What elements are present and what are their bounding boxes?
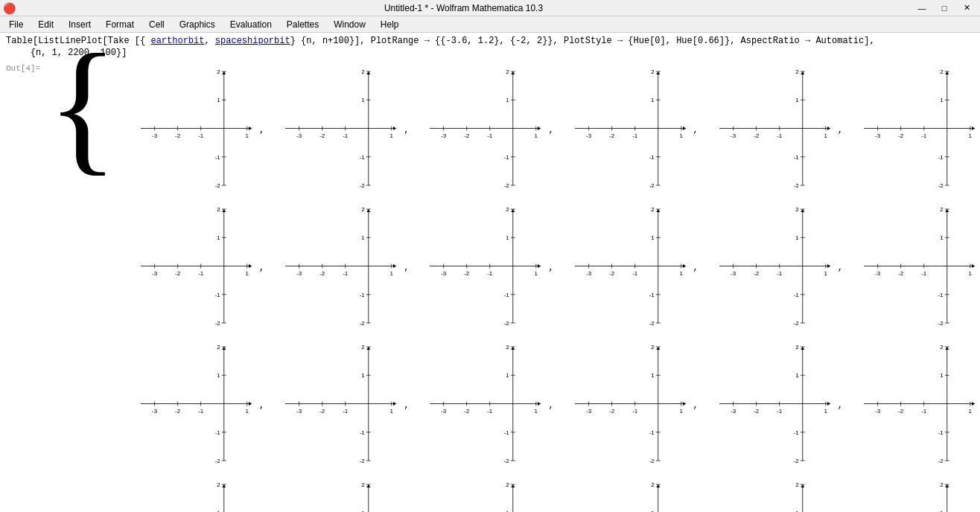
svg-text:-3: -3 xyxy=(441,270,447,277)
plot-cell-0-0[interactable]: -3-2-11-2-112 xyxy=(120,61,258,199)
plot-cell-2-2[interactable]: -3-2-11-2-112 xyxy=(409,336,547,474)
svg-text:1: 1 xyxy=(506,97,510,103)
svg-text:2: 2 xyxy=(506,481,510,488)
svg-rect-483 xyxy=(430,484,541,512)
svg-text:-2: -2 xyxy=(175,408,181,415)
plot-comma: , xyxy=(258,125,264,135)
plot-cell-3-4[interactable]: -3-2-11-2-112 xyxy=(699,474,836,512)
plot-cell-3-2[interactable]: -3-2-11-2-112 xyxy=(409,474,547,512)
plot-cell-0-3[interactable]: -3-2-11-2-112 xyxy=(554,61,692,199)
menu-graphics[interactable]: Graphics xyxy=(174,18,221,31)
svg-text:-3: -3 xyxy=(441,132,447,139)
svg-rect-546 xyxy=(864,484,975,512)
menu-palettes[interactable]: Palettes xyxy=(281,18,325,31)
svg-text:2: 2 xyxy=(940,206,944,213)
svg-text:-3: -3 xyxy=(586,408,592,415)
svg-text:-2: -2 xyxy=(898,132,904,139)
plot-cell-1-2[interactable]: -3-2-11-2-112 xyxy=(409,199,547,336)
plot-cell-1-5[interactable]: -3-2-11-2-112 xyxy=(843,199,980,336)
minimize-button[interactable]: — xyxy=(911,1,932,15)
window-controls: — □ ✕ xyxy=(911,1,977,15)
svg-text:1: 1 xyxy=(246,408,249,415)
menu-file[interactable]: File xyxy=(3,18,29,31)
svg-text:-2: -2 xyxy=(215,182,221,189)
menu-edit[interactable]: Edit xyxy=(32,18,60,31)
svg-text:-1: -1 xyxy=(777,132,783,139)
svg-text:2: 2 xyxy=(795,481,799,488)
svg-text:1: 1 xyxy=(362,372,366,379)
svg-text:2: 2 xyxy=(651,68,655,75)
menu-evaluation[interactable]: Evaluation xyxy=(224,18,278,31)
svg-text:-1: -1 xyxy=(938,292,944,298)
output-label: Out[4]= xyxy=(6,61,47,73)
plot-cell-0-5[interactable]: -3-2-11-2-112 xyxy=(843,61,980,199)
svg-text:-3: -3 xyxy=(731,270,736,277)
plot-cell-2-0[interactable]: -3-2-11-2-112 xyxy=(120,336,258,474)
svg-text:-3: -3 xyxy=(296,132,302,139)
svg-text:-1: -1 xyxy=(343,270,349,277)
plot-cell-3-1[interactable]: -3-2-11-2-112 xyxy=(264,474,402,512)
plot-cell-3-3[interactable]: -3-2-11-2-112 xyxy=(554,474,692,512)
plot-cell-1-3[interactable]: -3-2-11-2-112 xyxy=(554,199,692,336)
svg-text:-2: -2 xyxy=(360,182,366,189)
svg-text:2: 2 xyxy=(651,481,655,488)
plot-comma: , xyxy=(258,263,264,273)
svg-text:-1: -1 xyxy=(921,408,927,415)
svg-text:-2: -2 xyxy=(465,270,471,277)
plots-container: -3-2-11-2-112,-3-2-11-2-112,-3-2-11-2-11… xyxy=(120,61,980,512)
menu-format[interactable]: Format xyxy=(100,18,140,31)
plot-cell-0-4[interactable]: -3-2-11-2-112 xyxy=(699,61,836,199)
plot-cell-1-4[interactable]: -3-2-11-2-112 xyxy=(699,199,836,336)
svg-text:-1: -1 xyxy=(343,408,349,415)
svg-text:-2: -2 xyxy=(504,182,510,189)
svg-text:-1: -1 xyxy=(921,270,927,277)
menu-insert[interactable]: Insert xyxy=(63,18,97,31)
close-button[interactable]: ✕ xyxy=(956,1,977,15)
svg-text:2: 2 xyxy=(651,206,655,213)
plots-row-0: -3-2-11-2-112,-3-2-11-2-112,-3-2-11-2-11… xyxy=(120,61,980,199)
plot-comma: , xyxy=(547,125,553,135)
svg-text:2: 2 xyxy=(795,68,799,75)
svg-text:-1: -1 xyxy=(198,132,204,139)
svg-text:-2: -2 xyxy=(609,270,615,277)
svg-text:2: 2 xyxy=(506,68,510,75)
svg-text:1: 1 xyxy=(940,97,944,103)
plot-cell-2-5[interactable]: -3-2-11-2-112 xyxy=(843,336,980,474)
menu-help[interactable]: Help xyxy=(375,18,405,31)
plot-cell-1-1[interactable]: -3-2-11-2-112 xyxy=(264,199,402,336)
plot-cell-2-3[interactable]: -3-2-11-2-112 xyxy=(554,336,692,474)
plot-cell-3-5[interactable]: -3-2-11-2-112 xyxy=(843,474,980,512)
plot-cell-0-1[interactable]: -3-2-11-2-112 xyxy=(264,61,402,199)
svg-text:-1: -1 xyxy=(632,408,638,415)
svg-text:1: 1 xyxy=(390,408,394,415)
svg-text:1: 1 xyxy=(217,372,220,379)
svg-text:-1: -1 xyxy=(360,154,366,161)
svg-text:1: 1 xyxy=(651,234,655,241)
svg-text:1: 1 xyxy=(246,132,249,139)
plot-cell-0-2[interactable]: -3-2-11-2-112 xyxy=(409,61,547,199)
svg-text:2: 2 xyxy=(795,344,799,351)
plot-cell-1-0[interactable]: -3-2-11-2-112 xyxy=(120,199,258,336)
svg-text:-1: -1 xyxy=(938,154,944,161)
svg-text:-3: -3 xyxy=(152,270,158,277)
svg-text:1: 1 xyxy=(795,372,799,379)
plot-cell-3-0[interactable]: -3-2-11-2-112 xyxy=(120,474,258,512)
menu-cell[interactable]: Cell xyxy=(143,18,171,31)
svg-text:1: 1 xyxy=(679,270,683,277)
window-title: Untitled-1 * - Wolfram Mathematica 10.3 xyxy=(16,3,911,13)
maximize-button[interactable]: □ xyxy=(934,1,955,15)
svg-text:-2: -2 xyxy=(504,320,510,327)
svg-text:2: 2 xyxy=(362,206,366,213)
plot-cell-2-1[interactable]: -3-2-11-2-112 xyxy=(264,336,402,474)
svg-text:-3: -3 xyxy=(731,132,736,139)
svg-text:-2: -2 xyxy=(649,320,655,327)
menu-window[interactable]: Window xyxy=(328,18,372,31)
svg-rect-462 xyxy=(285,484,396,512)
plot-cell-2-4[interactable]: -3-2-11-2-112 xyxy=(699,336,836,474)
svg-text:1: 1 xyxy=(506,234,510,241)
svg-text:-3: -3 xyxy=(875,132,881,139)
plot-comma: , xyxy=(547,400,553,411)
svg-text:-2: -2 xyxy=(175,270,181,277)
svg-text:-2: -2 xyxy=(754,270,760,277)
svg-text:1: 1 xyxy=(217,234,220,241)
